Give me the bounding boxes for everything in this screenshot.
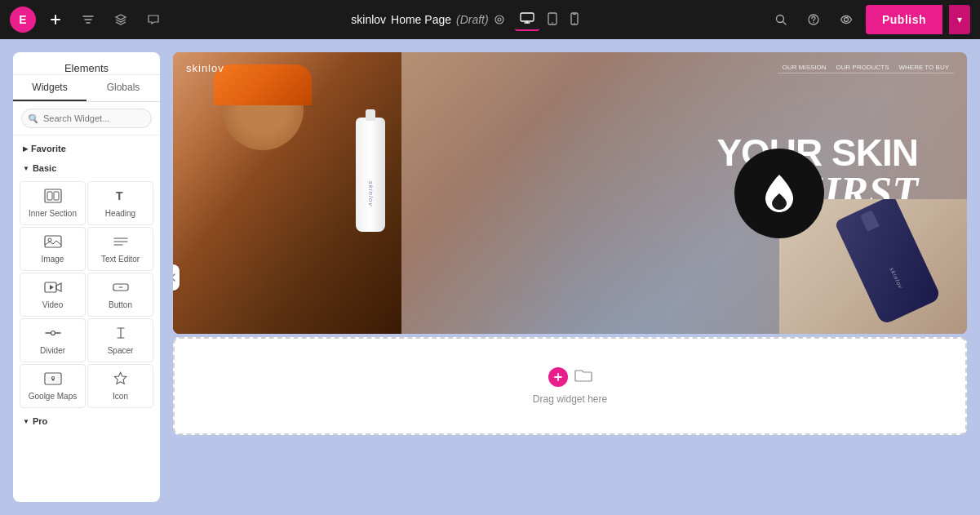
help-button[interactable] — [800, 7, 827, 33]
comments-button[interactable] — [140, 7, 166, 33]
category-favorite[interactable]: ▶ Favorite — [13, 139, 160, 158]
widget-divider[interactable]: Divider — [20, 318, 86, 362]
widget-button[interactable]: Button — [87, 273, 153, 317]
mobile-device-button[interactable] — [565, 9, 583, 31]
drop-zone-label: Drag widget here — [533, 393, 607, 405]
bottle-brand-label: skinlov — [367, 181, 375, 206]
website-preview: skinlov OUR MISSION OUR PRODUCTS WHERE T… — [173, 52, 967, 334]
svg-point-11 — [30, 115, 36, 121]
add-element-button[interactable] — [42, 7, 69, 33]
widget-google-maps[interactable]: Goolge Maps — [20, 364, 86, 408]
pro-arrow-icon: ▼ — [23, 418, 29, 425]
brand-logo: skinlov — [186, 62, 224, 74]
mobile-icon — [570, 12, 579, 25]
icon-widget-icon — [112, 371, 130, 388]
preview-button[interactable] — [833, 7, 859, 33]
google-maps-label: Goolge Maps — [29, 392, 77, 401]
tab-globals[interactable]: Globals — [86, 75, 160, 101]
svg-marker-24 — [114, 372, 126, 384]
nav-our-mission[interactable]: OUR MISSION — [778, 62, 831, 73]
widget-spacer[interactable]: Spacer — [87, 318, 153, 362]
publish-dropdown-button[interactable]: ▾ — [949, 5, 970, 34]
page-title-section: skinlov Home Page (Draft) — [351, 13, 504, 26]
hero-navigation: OUR MISSION OUR PRODUCTS WHERE TO BUY — [765, 52, 967, 83]
canvas-area: skinlov OUR MISSION OUR PRODUCTS WHERE T… — [173, 52, 967, 502]
heading-icon: T — [112, 189, 130, 206]
divider-icon — [44, 326, 62, 343]
widgets-list: ▶ Favorite ▼ Basic — [13, 135, 160, 502]
widget-search-input[interactable] — [21, 109, 152, 128]
tab-widgets[interactable]: Widgets — [13, 75, 86, 101]
svg-point-23 — [52, 377, 54, 379]
eye-icon — [840, 13, 853, 26]
widget-inner-section[interactable]: Inner Section — [20, 181, 86, 225]
nav-where-to-buy[interactable]: WHERE TO BUY — [894, 62, 955, 73]
main-content: Elements Widgets Globals ▶ Favorite — [0, 39, 980, 515]
search-icon — [774, 13, 787, 26]
svg-rect-14 — [54, 192, 59, 200]
category-pro[interactable]: ▼ Pro — [13, 411, 160, 431]
search-button[interactable] — [768, 7, 794, 33]
desktop-icon — [520, 12, 534, 24]
top-bar: E skinlov Home Page (Draft) — [0, 0, 980, 39]
video-icon — [44, 280, 62, 297]
category-basic[interactable]: ▼ Basic — [13, 158, 160, 178]
inner-section-label: Inner Section — [29, 209, 77, 218]
droplet-svg-icon — [759, 171, 800, 215]
svg-marker-19 — [50, 285, 54, 290]
widget-video[interactable]: Video — [20, 273, 86, 317]
device-switcher — [515, 9, 583, 31]
hero-section: skinlov OUR MISSION OUR PRODUCTS WHERE T… — [173, 52, 967, 334]
inner-section-icon — [44, 189, 62, 206]
hero-person-image: skinlov — [173, 52, 401, 334]
search-wrapper — [21, 109, 152, 128]
desktop-device-button[interactable] — [515, 9, 539, 31]
layers-button[interactable] — [108, 7, 134, 33]
spacer-icon — [112, 326, 130, 343]
elements-panel: Elements Widgets Globals ▶ Favorite — [13, 52, 160, 502]
svg-point-9 — [813, 22, 814, 23]
plus-icon — [49, 13, 62, 26]
widget-image[interactable]: Image — [20, 227, 86, 271]
basic-widgets-grid: Inner Section T Heading — [13, 178, 160, 411]
collapse-arrow-icon — [173, 273, 175, 282]
plus-circle-icon — [552, 371, 564, 383]
dropdown-arrow-icon: ▾ — [957, 14, 962, 25]
top-bar-center: skinlov Home Page (Draft) — [173, 9, 761, 31]
help-icon — [807, 13, 820, 26]
spacer-label: Spacer — [108, 346, 134, 355]
image-label: Image — [42, 255, 64, 264]
page-name: skinlov — [351, 13, 386, 26]
chat-icon — [147, 13, 160, 26]
svg-point-1 — [498, 18, 501, 21]
filters-button[interactable] — [75, 7, 101, 33]
svg-point-10 — [844, 18, 848, 22]
icon-widget-label: Icon — [113, 392, 128, 401]
svg-rect-2 — [521, 13, 534, 21]
video-label: Video — [42, 300, 63, 309]
text-editor-label: Text Editor — [101, 255, 140, 264]
top-bar-right: Publish ▾ — [768, 5, 970, 34]
template-folder-icon — [574, 368, 592, 383]
divider-label: Divider — [40, 346, 65, 355]
widget-heading[interactable]: T Heading — [87, 181, 153, 225]
svg-rect-16 — [45, 236, 61, 247]
drop-zone[interactable]: Drag widget here — [173, 337, 967, 435]
svg-point-6 — [574, 22, 574, 23]
widget-text-editor[interactable]: Text Editor — [87, 227, 153, 271]
brand-circle-icon — [734, 149, 824, 238]
widget-icon[interactable]: Icon — [87, 364, 153, 408]
publish-button[interactable]: Publish — [866, 5, 942, 34]
panel-collapse-button[interactable] — [173, 264, 180, 291]
nav-our-products[interactable]: OUR PRODUCTS — [831, 62, 894, 73]
tablet-device-button[interactable] — [543, 9, 562, 31]
button-label: Button — [109, 300, 132, 309]
tablet-icon — [548, 12, 557, 25]
search-box — [13, 102, 160, 135]
elementor-logo: E — [10, 7, 36, 33]
page-settings-icon[interactable] — [494, 14, 505, 25]
panel-tabs: Widgets Globals — [13, 75, 160, 102]
svg-rect-13 — [47, 192, 52, 200]
search-input-icon — [29, 113, 38, 123]
svg-text:T: T — [116, 189, 123, 202]
